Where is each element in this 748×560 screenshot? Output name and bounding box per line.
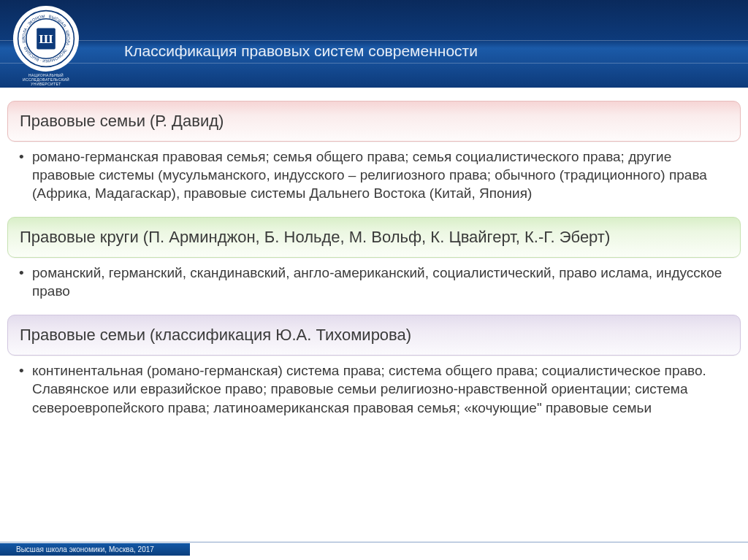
block-body: романо-германская правовая семья; семья … (7, 142, 741, 212)
block-heading: Правовые семьи (Р. Давид) (7, 101, 741, 142)
list-item: континентальная (романо-германская) сист… (32, 361, 730, 416)
block-david: Правовые семьи (Р. Давид) романо-германс… (7, 101, 741, 212)
svg-text:Ш: Ш (39, 31, 53, 46)
list-item: романо-германская правовая семья; семья … (32, 147, 730, 202)
block-heading: Правовые круги (П. Арминджон, Б. Нольде,… (7, 217, 741, 258)
slide-content: Правовые семьи (Р. Давид) романо-германс… (0, 88, 748, 427)
block-tikhomirov: Правовые семьи (классификация Ю.А. Тихом… (7, 315, 741, 426)
block-circles: Правовые круги (П. Арминджон, Б. Нольде,… (7, 217, 741, 310)
hse-logo-icon: ВЫСШАЯ · ШКОЛА · ЭКОНОМИКИ · ВЫСШАЯ · ШК… (17, 9, 75, 68)
page-title: Классификация правовых систем современно… (124, 42, 478, 60)
slide-footer: Высшая школа экономики, Москва, 2017 (0, 542, 748, 556)
block-body: романский, германский, скандинавский, ан… (7, 258, 741, 310)
slide-header: ВЫСШАЯ · ШКОЛА · ЭКОНОМИКИ · ВЫСШАЯ · ШК… (0, 0, 748, 88)
block-heading: Правовые семьи (классификация Ю.А. Тихом… (7, 315, 741, 356)
block-body: континентальная (романо-германская) сист… (7, 356, 741, 426)
logo-subtext: НАЦИОНАЛЬНЫЙ ИССЛЕДОВАТЕЛЬСКИЙ УНИВЕРСИТ… (9, 73, 83, 86)
hse-logo: ВЫСШАЯ · ШКОЛА · ЭКОНОМИКИ · ВЫСШАЯ · ШК… (13, 6, 79, 72)
list-item: романский, германский, скандинавский, ан… (32, 264, 730, 300)
footer-text: Высшая школа экономики, Москва, 2017 (0, 543, 190, 556)
